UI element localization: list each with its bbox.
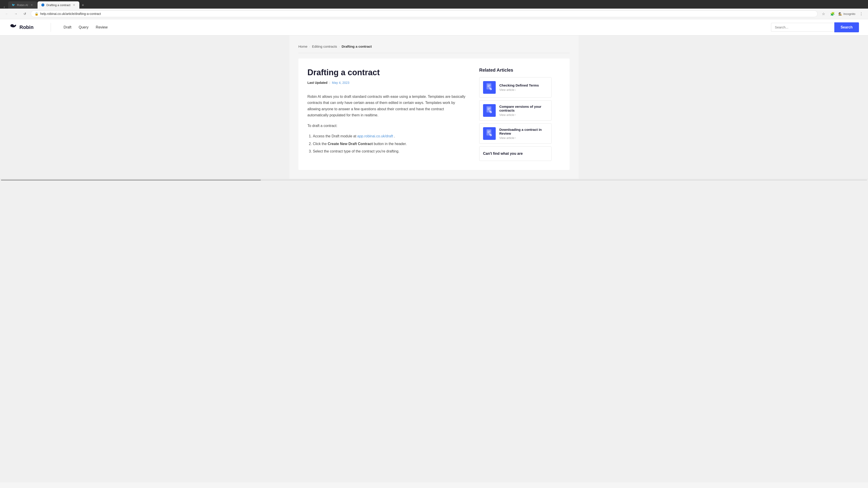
- view-article-compare: View article ›: [499, 113, 548, 117]
- breadcrumb-home[interactable]: Home: [298, 44, 307, 48]
- breadcrumb: Home · Editing contracts · Drafting a co…: [298, 44, 569, 53]
- content-area: Drafting a contract Last Updated : May 4…: [298, 59, 569, 170]
- step-2-before: Click the: [313, 142, 328, 146]
- tab-drafting-close[interactable]: ✕: [72, 3, 76, 7]
- related-card-downloading-icon: [483, 127, 496, 140]
- search-area: Search: [771, 22, 859, 32]
- tab-robin-ai-close[interactable]: ✕: [30, 3, 33, 7]
- step-2: Click the Create New Draft Contract butt…: [313, 141, 466, 147]
- step-2-bold: Create New Draft Contract: [328, 142, 373, 146]
- tab-drafting-contract[interactable]: 🔵 Drafting a contract ✕: [37, 1, 79, 8]
- tab-bar-arrow[interactable]: ‹: [3, 5, 6, 8]
- steps-label: To draft a contract:: [307, 123, 466, 129]
- svg-rect-3: [487, 106, 491, 112]
- doc-icon-3: [486, 129, 493, 138]
- article-title: Drafting a contract: [307, 68, 466, 77]
- svg-rect-1: [487, 84, 491, 89]
- view-article-downloading-label: View article: [499, 136, 514, 140]
- step-1-link[interactable]: app.robinai.co.uk/draft: [358, 134, 393, 138]
- scroll-thumb: [1, 180, 261, 181]
- incognito-icon: 🕵: [838, 12, 842, 15]
- last-updated-label: Last Updated: [307, 81, 328, 85]
- tab-bar: ‹ 🐦 Robin AI ✕ 🔵 Drafting a contract ✕ +: [0, 0, 868, 8]
- view-article-compare-label: View article: [499, 113, 514, 117]
- logo-icon: [9, 22, 17, 32]
- article-meta: Last Updated : May 4, 2023: [307, 81, 466, 85]
- logo-area: Robin: [9, 22, 33, 32]
- main-container: Home · Editing contracts · Drafting a co…: [289, 35, 579, 179]
- scroll-hint: [0, 179, 868, 181]
- article-content: Drafting a contract Last Updated : May 4…: [307, 68, 466, 156]
- related-card-checking-icon: [483, 81, 496, 94]
- logo-text: Robin: [20, 24, 33, 30]
- step-1-after: .: [394, 134, 395, 138]
- incognito-label: Incognito: [843, 12, 855, 15]
- draft-steps: Access the Draft module at app.robinai.c…: [307, 133, 466, 154]
- tab-robin-ai[interactable]: 🐦 Robin AI ✕: [8, 1, 37, 8]
- article-intro: Robin AI allows you to draft standard co…: [307, 94, 466, 118]
- related-compare-title: Compare versions of your contracts: [499, 105, 548, 112]
- svg-point-0: [13, 24, 14, 25]
- cant-find-title: Can't find what you are: [483, 151, 548, 156]
- site-nav: Draft Query Review: [64, 24, 107, 30]
- step-3: Select the contract type of the contract…: [313, 149, 466, 154]
- logo-divider: [51, 23, 51, 32]
- browser-chrome: ‹ 🐦 Robin AI ✕ 🔵 Drafting a contract ✕ +…: [0, 0, 868, 19]
- url-bar[interactable]: 🔒 help.robinai.co.uk/article/drafting-a-…: [31, 10, 817, 17]
- menu-button[interactable]: ⋮: [858, 11, 864, 17]
- breadcrumb-sep-2: ·: [339, 44, 340, 48]
- view-article-downloading: View article ›: [499, 136, 548, 140]
- incognito-badge: 🕵 Incognito: [838, 12, 855, 15]
- tab-drafting-icon: 🔵: [41, 3, 44, 6]
- related-card-compare-text: Compare versions of your contracts View …: [499, 105, 548, 117]
- doc-icon-1: [486, 83, 493, 92]
- last-updated-date: May 4, 2023: [332, 81, 349, 85]
- meta-colon: :: [329, 81, 330, 85]
- related-downloading-title: Downloading a contract in Review: [499, 128, 548, 135]
- search-input[interactable]: [771, 23, 834, 32]
- related-card-downloading[interactable]: Downloading a contract in Review View ar…: [479, 123, 552, 144]
- page-content: Robin Draft Query Review Search Home · E…: [0, 19, 868, 482]
- sidebar: Related Articles: [479, 68, 552, 161]
- url-text: help.robinai.co.uk/article/drafting-a-co…: [40, 12, 814, 15]
- doc-icon-2: [486, 106, 493, 115]
- tab-robin-ai-label: Robin AI: [17, 3, 28, 7]
- address-bar: ← → ↺ 🔒 help.robinai.co.uk/article/draft…: [0, 8, 868, 19]
- related-checking-title: Checking Defined Terms: [499, 84, 539, 87]
- related-title: Related Articles: [479, 68, 552, 73]
- related-card-checking[interactable]: Checking Defined Terms View article ›: [479, 77, 552, 98]
- new-tab-button[interactable]: +: [80, 2, 86, 8]
- breadcrumb-current: Drafting a contract: [342, 44, 372, 48]
- step-2-after: button in the header.: [374, 142, 407, 146]
- svg-rect-5: [487, 129, 491, 135]
- view-article-checking: View article ›: [499, 88, 539, 92]
- back-button[interactable]: ←: [4, 11, 10, 17]
- scroll-track[interactable]: [1, 180, 867, 181]
- tab-robin-ai-icon: 🐦: [12, 3, 15, 6]
- article-body: Robin AI allows you to draft standard co…: [307, 94, 466, 154]
- breadcrumb-section[interactable]: Editing contracts: [312, 44, 337, 48]
- nav-query[interactable]: Query: [79, 24, 89, 30]
- extensions-button[interactable]: 🧩: [829, 11, 836, 17]
- related-card-downloading-text: Downloading a contract in Review View ar…: [499, 128, 548, 140]
- nav-review[interactable]: Review: [96, 24, 107, 30]
- browser-actions: ☆ 🧩 🕵 Incognito ⋮: [820, 11, 864, 17]
- nav-draft[interactable]: Draft: [64, 24, 71, 30]
- view-article-checking-label: View article: [499, 88, 514, 92]
- related-card-compare-icon: [483, 104, 496, 117]
- refresh-button[interactable]: ↺: [22, 11, 28, 17]
- site-header: Robin Draft Query Review Search: [0, 19, 868, 35]
- related-card-checking-text: Checking Defined Terms View article ›: [499, 84, 539, 92]
- breadcrumb-sep-1: ·: [309, 44, 310, 48]
- related-card-compare[interactable]: Compare versions of your contracts View …: [479, 100, 552, 121]
- forward-button[interactable]: →: [13, 11, 19, 17]
- search-button[interactable]: Search: [834, 22, 859, 32]
- step-1-before: Access the Draft module at: [313, 134, 358, 138]
- view-article-compare-arrow: ›: [515, 113, 516, 116]
- bookmark-button[interactable]: ☆: [820, 11, 827, 17]
- tab-drafting-label: Drafting a contract: [46, 3, 70, 7]
- step-1: Access the Draft module at app.robinai.c…: [313, 133, 466, 139]
- view-article-downloading-arrow: ›: [515, 136, 516, 139]
- view-article-checking-arrow: ›: [515, 88, 516, 92]
- cant-find-section: Can't find what you are: [479, 147, 552, 161]
